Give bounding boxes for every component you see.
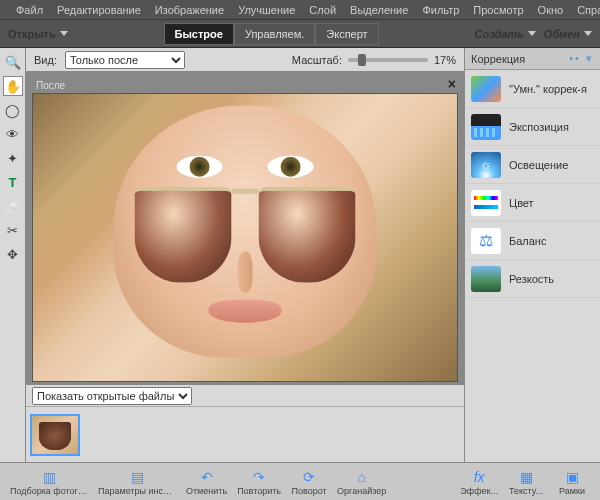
menu-filter[interactable]: Фильтр — [416, 2, 465, 18]
after-label: После — [32, 78, 458, 93]
undo-button[interactable]: ↶Отменить — [182, 467, 231, 498]
menu-bar: Файл Редактирование Изображение Улучшени… — [0, 0, 600, 20]
panel-title: Коррекция — [471, 53, 525, 65]
create-label: Создать — [474, 28, 523, 40]
adjust-balance[interactable]: ⚖Баланс — [465, 222, 600, 260]
healing-tool-icon[interactable]: 🩹 — [3, 196, 23, 216]
frames-icon: ▣ — [563, 469, 581, 485]
redo-button[interactable]: ↷Повторить — [233, 467, 285, 498]
mode-switcher: Быстрое Управляем. Эксперт — [164, 23, 379, 45]
open-label: Открыть — [8, 28, 56, 40]
create-button[interactable]: Создать — [474, 28, 535, 40]
adjust-lighting[interactable]: ☼Освещение — [465, 146, 600, 184]
lighting-icon: ☼ — [471, 152, 501, 178]
panel-menu-icon[interactable]: •• ▾ — [569, 52, 594, 65]
adjustments-panel: Коррекция •• ▾ "Умн." коррек-я Экспозици… — [464, 48, 600, 462]
rotate-button[interactable]: ⟳Поворот — [287, 467, 331, 498]
file-bar: Показать открытые файлы — [26, 384, 464, 406]
share-label: Обмен — [544, 28, 580, 40]
menu-edit[interactable]: Редактирование — [51, 2, 147, 18]
fx-icon: fx — [470, 469, 488, 485]
zoom-tool-icon[interactable]: 🔍 — [3, 52, 23, 72]
adjust-sharpen[interactable]: Резкость — [465, 260, 600, 298]
open-files-select[interactable]: Показать открытые файлы — [32, 387, 192, 405]
undo-icon: ↶ — [198, 469, 216, 485]
adjust-label: "Умн." коррек-я — [509, 83, 587, 95]
view-label: Вид: — [34, 54, 57, 66]
tool-palette: 🔍 ✋ ◯ 👁 ✦ T 🩹 ✂ ✥ — [0, 48, 26, 462]
adjust-exposure[interactable]: Экспозиция — [465, 108, 600, 146]
menu-window[interactable]: Окно — [532, 2, 570, 18]
tool-options-button[interactable]: ▤Параметры инструмента — [94, 467, 180, 498]
chevron-down-icon — [60, 31, 68, 36]
textures-icon: ▦ — [517, 469, 535, 485]
menu-select[interactable]: Выделение — [344, 2, 414, 18]
menu-layer[interactable]: Слой — [303, 2, 342, 18]
organizer-button[interactable]: ⌂Органайзер — [333, 467, 390, 498]
share-button[interactable]: Обмен — [544, 28, 592, 40]
frames-button[interactable]: ▣Рамки — [550, 467, 594, 498]
rotate-icon: ⟳ — [300, 469, 318, 485]
redo-icon: ↷ — [250, 469, 268, 485]
whiten-tool-icon[interactable]: ✦ — [3, 148, 23, 168]
view-select[interactable]: Только после — [65, 51, 185, 69]
tool-options-icon: ▤ — [128, 469, 146, 485]
canvas-area: × После — [26, 72, 464, 384]
menu-file[interactable]: Файл — [10, 2, 49, 18]
crop-tool-icon[interactable]: ✂ — [3, 220, 23, 240]
image-canvas[interactable] — [32, 93, 458, 382]
adjust-label: Освещение — [509, 159, 568, 171]
options-bar: Вид: Только после Масштаб: 17% — [26, 48, 464, 72]
menu-enhance[interactable]: Улучшение — [232, 2, 301, 18]
panel-header: Коррекция •• ▾ — [465, 48, 600, 70]
photobin-icon: ▥ — [40, 469, 58, 485]
mode-expert[interactable]: Эксперт — [315, 23, 378, 45]
menu-help[interactable]: Справка — [571, 2, 600, 18]
balance-icon: ⚖ — [471, 228, 501, 254]
quick-select-tool-icon[interactable]: ◯ — [3, 100, 23, 120]
effects-button[interactable]: fxЭффек... — [456, 467, 502, 498]
adjust-color[interactable]: Цвет — [465, 184, 600, 222]
menu-image[interactable]: Изображение — [149, 2, 230, 18]
color-icon — [471, 190, 501, 216]
zoom-label: Масштаб: — [292, 54, 342, 66]
zoom-slider[interactable] — [348, 58, 428, 62]
zoom-value: 17% — [434, 54, 456, 66]
adjust-label: Резкость — [509, 273, 554, 285]
menu-view[interactable]: Просмотр — [467, 2, 529, 18]
close-document-button[interactable]: × — [448, 76, 456, 92]
chevron-down-icon — [584, 31, 592, 36]
photo-bin — [26, 406, 464, 462]
app-toolbar: Открыть Быстрое Управляем. Эксперт Созда… — [0, 20, 600, 48]
move-tool-icon[interactable]: ✥ — [3, 244, 23, 264]
sharpen-icon — [471, 266, 501, 292]
task-bar: ▥Подборка фотографий ▤Параметры инструме… — [0, 462, 600, 500]
mode-guided[interactable]: Управляем. — [234, 23, 315, 45]
hand-tool-icon[interactable]: ✋ — [3, 76, 23, 96]
adjust-label: Экспозиция — [509, 121, 569, 133]
adjust-label: Цвет — [509, 197, 534, 209]
organizer-icon: ⌂ — [353, 469, 371, 485]
photo-bin-button[interactable]: ▥Подборка фотографий — [6, 467, 92, 498]
chevron-down-icon — [528, 31, 536, 36]
adjust-smart[interactable]: "Умн." коррек-я — [465, 70, 600, 108]
eye-tool-icon[interactable]: 👁 — [3, 124, 23, 144]
smart-fix-icon — [471, 76, 501, 102]
mode-quick[interactable]: Быстрое — [164, 23, 234, 45]
open-button[interactable]: Открыть — [8, 28, 68, 40]
photo-content — [114, 105, 377, 358]
textures-button[interactable]: ▦Тексту... — [504, 467, 548, 498]
thumbnail[interactable] — [30, 414, 80, 456]
adjust-label: Баланс — [509, 235, 546, 247]
exposure-icon — [471, 114, 501, 140]
type-tool-icon[interactable]: T — [3, 172, 23, 192]
